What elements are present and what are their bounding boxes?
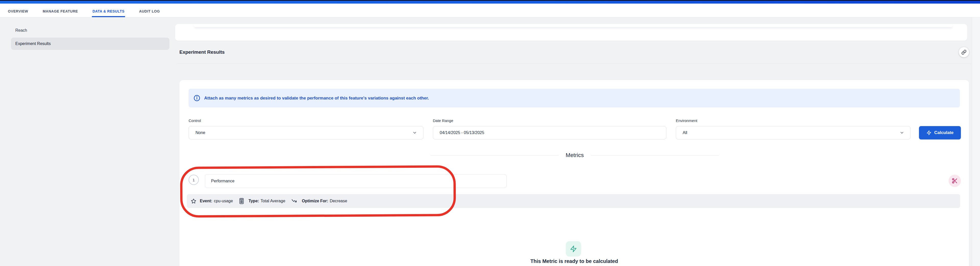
control-select-value: None [196, 130, 205, 135]
metrics-divider-label: Metrics [566, 152, 584, 159]
trending-down-icon [291, 199, 298, 204]
type-label: Type: [248, 199, 259, 204]
environment-select[interactable]: All [676, 126, 911, 139]
tab-overview[interactable]: OVERVIEW [7, 3, 29, 17]
control-select[interactable]: None [189, 126, 423, 139]
lightning-icon [926, 130, 932, 135]
results-sidebar: Reach Experiment Results [0, 18, 177, 266]
divider-line-left [431, 155, 558, 155]
scrollbar-gutter[interactable] [972, 18, 980, 266]
copy-link-button[interactable] [959, 47, 969, 57]
brand-accent-bar [0, 1, 980, 3]
section-header: Experiment Results [177, 41, 972, 64]
page-title: Experiment Results [180, 50, 224, 55]
scrolled-card-bottom-edge [193, 24, 953, 27]
tab-audit-log[interactable]: AUDIT LOG [138, 3, 161, 17]
lightning-icon [570, 245, 577, 252]
ready-to-calculate-text: This Metric is ready to be calculated [180, 258, 969, 264]
tab-data-and-results[interactable]: DATA & RESULTS [92, 3, 125, 17]
type-value: Total Average [261, 199, 285, 204]
environment-label: Environment [676, 119, 911, 123]
calculate-button[interactable]: Calculate [919, 126, 961, 139]
sidebar-item-experiment-results[interactable]: Experiment Results [11, 38, 169, 50]
divider-line-right [591, 155, 719, 155]
optimize-for-value: Decrease [330, 199, 347, 204]
environment-select-value: All [682, 130, 687, 135]
calculation-controls: Control None Date Range Environment All [189, 119, 961, 139]
sidebar-item-reach[interactable]: Reach [11, 24, 169, 37]
info-banner-text: Attach as many metrics as desired to val… [204, 96, 429, 101]
event-value: cpu-usage [214, 199, 233, 204]
info-icon [193, 95, 200, 101]
optimize-for-label: Optimize For: [302, 199, 328, 204]
star-icon [191, 199, 196, 204]
ready-to-calculate-icon-tile [566, 241, 581, 256]
calculator-icon [239, 198, 244, 204]
info-banner: Attach as many metrics as desired to val… [189, 89, 960, 107]
chevron-down-icon [900, 130, 904, 135]
date-range-field[interactable] [433, 126, 667, 139]
control-label: Control [189, 119, 423, 123]
metric-index-badge: 1 [189, 175, 199, 185]
remove-metric-button[interactable] [948, 175, 961, 187]
experiment-results-card: Attach as many metrics as desired to val… [180, 80, 969, 266]
event-label: Event: [200, 199, 212, 204]
metric-summary-bar: Event: cpu-usage Type: Total Average Opt… [187, 194, 960, 208]
date-range-label: Date Range [433, 119, 667, 123]
feature-tabbar: OVERVIEW MANAGE FEATURE DATA & RESULTS A… [0, 3, 980, 18]
metric-name-input[interactable] [205, 174, 507, 188]
calculate-button-label: Calculate [934, 130, 954, 135]
tab-manage-feature[interactable]: MANAGE FEATURE [42, 3, 78, 17]
scrolled-card-fragment [175, 24, 967, 41]
scissors-icon [952, 178, 958, 184]
link-icon [961, 50, 966, 55]
chevron-down-icon [412, 130, 417, 135]
metrics-divider: Metrics [431, 152, 719, 159]
date-range-input[interactable] [440, 127, 660, 139]
